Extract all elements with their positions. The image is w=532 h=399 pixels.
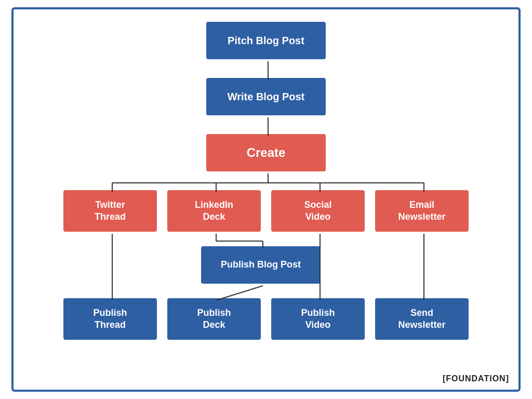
row-pitch: Pitch Blog Post bbox=[24, 22, 508, 59]
node-linkedin: LinkedIn Deck bbox=[167, 190, 261, 232]
node-twitter: Twitter Thread bbox=[63, 190, 157, 232]
row-publish-blog: Publish Blog Post bbox=[24, 246, 508, 284]
node-pub-thread: Publish Thread bbox=[63, 298, 157, 340]
node-send-newsletter: Send Newsletter bbox=[375, 298, 469, 340]
node-create: Create bbox=[206, 134, 326, 171]
node-write: Write Blog Post bbox=[206, 78, 326, 115]
node-social: Social Video bbox=[271, 190, 365, 232]
node-email: Email Newsletter bbox=[375, 190, 469, 232]
foundation-label: [FOUNDATION] bbox=[443, 374, 509, 383]
row-publish: Publish Thread Publish Deck Publish Vide… bbox=[24, 298, 508, 340]
row-children: Twitter Thread LinkedIn Deck Social Vide… bbox=[24, 190, 508, 232]
row-write: Write Blog Post bbox=[24, 78, 508, 115]
row-create: Create bbox=[24, 134, 508, 171]
node-pitch: Pitch Blog Post bbox=[206, 22, 326, 59]
diagram-wrapper: Pitch Blog Post Write Blog Post Create T… bbox=[11, 7, 521, 392]
node-publish-blog: Publish Blog Post bbox=[201, 246, 321, 284]
node-pub-deck: Publish Deck bbox=[167, 298, 261, 340]
node-pub-video: Publish Video bbox=[271, 298, 365, 340]
